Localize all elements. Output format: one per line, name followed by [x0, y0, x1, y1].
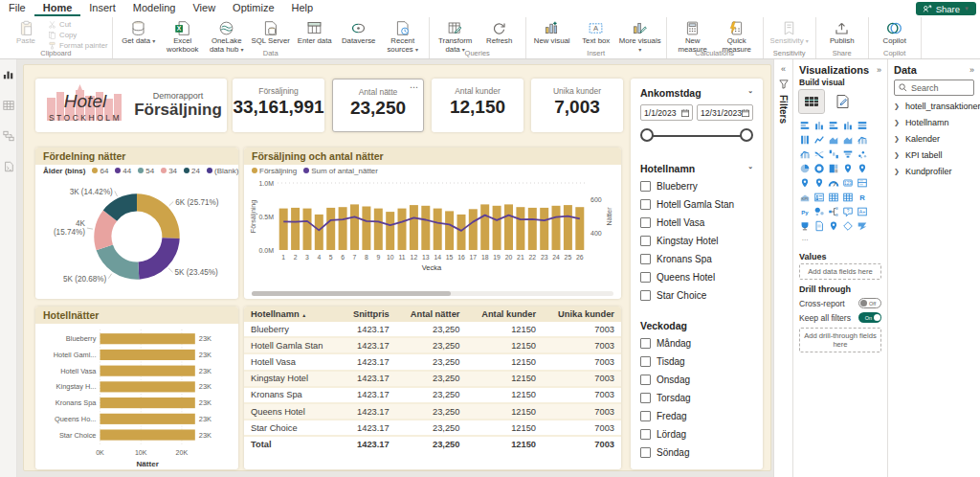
expand-chevron-icon[interactable]: ❯ [894, 135, 900, 143]
hbar-star-choice[interactable] [100, 429, 194, 440]
bar-week-8[interactable] [362, 207, 370, 251]
table-row[interactable]: Hotell Vasa1423.1723,250121507003 [244, 353, 621, 370]
checkbox-unchecked[interactable] [640, 290, 651, 301]
chevron-down-icon[interactable]: ⌄ [747, 163, 753, 174]
date-range-slider[interactable] [640, 125, 753, 148]
bar-week-12[interactable] [410, 205, 418, 250]
matrix-icon[interactable] [840, 190, 855, 204]
menu-tab-optimize[interactable]: Optimize [224, 1, 282, 16]
hbar-hotell-vasa[interactable] [100, 366, 194, 376]
weekday-slicer-title[interactable]: Veckodag [640, 320, 753, 331]
donut-chart-icon[interactable] [812, 161, 826, 175]
table-visual-card[interactable]: Hotellnamn ▲SnittprisAntal nätterAntal k… [244, 307, 621, 469]
checkbox-unchecked[interactable] [640, 375, 651, 385]
rail-dax-query-view-button[interactable] [3, 159, 14, 176]
checkbox-unchecked[interactable] [640, 447, 651, 458]
bar-week-20[interactable] [504, 204, 513, 250]
ribbon-button-copilot[interactable]: Copilot [873, 19, 917, 46]
bar-week-19[interactable] [493, 206, 501, 250]
kpi-card-antal-kunder[interactable]: Antal kunder 12,150 [432, 79, 523, 132]
gauge-icon[interactable] [826, 175, 840, 190]
table-icon[interactable] [826, 190, 840, 204]
weekday-option-lördag[interactable]: Lördag [640, 425, 753, 443]
kpi-card-antal-nätte[interactable]: Antal nätte 23,250⋯ [332, 79, 424, 132]
data-field-hotell_transaktioner[interactable]: ❯ hotell_transaktioner [888, 98, 980, 114]
bar-week-21[interactable] [516, 207, 524, 250]
add-data-fields-well[interactable]: Add data fields here [799, 263, 881, 280]
legend-item-(Blank)[interactable]: (Blank) [207, 167, 238, 175]
column-header-antal-kunder[interactable]: Antal kunder [466, 307, 543, 322]
100-stacked-column-chart-icon[interactable] [797, 132, 812, 147]
collapse-pane-icon[interactable]: » [969, 65, 974, 75]
line-and-stacked-column-chart-icon[interactable] [855, 132, 869, 147]
checkbox-unchecked[interactable] [640, 411, 651, 421]
smart-narrative-icon[interactable]: A+ [855, 204, 869, 218]
bar-week-22[interactable] [528, 208, 537, 250]
weekday-option-fredag[interactable]: Fredag [640, 407, 753, 425]
combo-chart[interactable]: 0.0M0.5M1.0M6004001234567891011121314151… [249, 175, 616, 283]
legend-item-24[interactable]: 24 [184, 167, 200, 175]
pie-chart-icon[interactable] [797, 161, 812, 175]
hotel-option-queens-hotel[interactable]: Queens Hotel [640, 268, 753, 286]
paginated-report-icon[interactable] [812, 218, 826, 233]
column-header-antal-nätter[interactable]: Antal nätter [396, 307, 467, 322]
slider-handle-right[interactable] [740, 128, 753, 142]
table-header-row[interactable]: Hotellnamn ▲SnittprisAntal nätterAntal k… [244, 307, 621, 322]
r-script-visual-icon[interactable]: R [855, 190, 869, 204]
bar-week-23[interactable] [540, 208, 548, 250]
column-header-hotellnamn[interactable]: Hotellnamn ▲ [244, 307, 341, 322]
map-icon[interactable] [840, 161, 855, 175]
scatter-chart-icon[interactable] [855, 147, 869, 161]
get-more-visuals-icon[interactable]: ⋯ [797, 233, 812, 247]
bar-week-7[interactable] [350, 204, 359, 250]
expand-chevron-icon[interactable]: ❯ [894, 119, 900, 126]
multi-row-card-icon[interactable] [855, 175, 869, 190]
hotel-slicer-title[interactable]: Hotellnamn⌄ [640, 163, 753, 174]
share-button[interactable]: Share ▼ [916, 2, 976, 15]
kpi-icon[interactable]: KPI [797, 190, 812, 204]
hbar-queens-ho-[interactable] [100, 414, 194, 424]
hbar-hotell-gaml-[interactable] [100, 350, 194, 360]
decomposition-tree-icon[interactable] [826, 204, 840, 218]
slider-handle-left[interactable] [640, 128, 654, 142]
rail-report-view-button[interactable] [3, 67, 14, 84]
more-options-icon[interactable]: ⋯ [410, 82, 418, 92]
table-row[interactable]: Hotell Gamla Stan1423.1723,250121507003 [244, 337, 621, 353]
hotel-option-hotell-gamla-stan[interactable]: Hotell Gamla Stan [640, 195, 753, 214]
kpi-card-unika-kunder[interactable]: Unika kunder 7,003 [531, 79, 623, 132]
bar-week-16[interactable] [457, 215, 466, 250]
slicer-icon[interactable] [812, 190, 826, 204]
ribbon-button-publish[interactable]: Publish [820, 19, 864, 46]
weekday-option-torsdag[interactable]: Torsdag [640, 389, 753, 407]
power-apps-icon[interactable] [840, 218, 855, 233]
expand-chevron-icon[interactable]: ❯ [894, 168, 900, 175]
collapse-pane-icon[interactable]: » [877, 65, 881, 75]
menu-tab-view[interactable]: View [184, 1, 224, 16]
area-chart-icon[interactable] [826, 132, 840, 147]
data-field-kundprofiler[interactable]: ❯ Kundprofiler [888, 163, 980, 179]
ribbon-button-sensitivity[interactable]: Sensitivity ▾ [768, 19, 812, 46]
table-row[interactable]: Queens Hotel1423.1723,250121507003 [244, 403, 621, 420]
expand-chevron-icon[interactable]: ❯ [894, 102, 900, 110]
ribbon-button-text-box[interactable]: AText box [574, 19, 618, 46]
weekday-option-onsdag[interactable]: Onsdag [640, 371, 753, 389]
shape-map-icon[interactable] [797, 175, 812, 190]
table-row[interactable]: Blueberry1423.1723,250121507003 [244, 322, 621, 337]
ribbon-button-sql-server[interactable]: SQL Server [249, 19, 293, 46]
hbar-chart-card[interactable]: Hotellnätter 0K10K20KBlueberry23KHotell … [35, 307, 238, 469]
bar-week-24[interactable] [552, 206, 561, 250]
checkbox-unchecked[interactable] [640, 272, 651, 283]
bar-week-18[interactable] [480, 204, 489, 250]
clustered-bar-chart-icon[interactable] [826, 118, 840, 132]
hotel-option-hotell-vasa[interactable]: Hotell Vasa [640, 214, 753, 232]
ribbon-chart-icon[interactable] [812, 147, 826, 161]
add-drill-through-fields-well[interactable]: Add drill-through fields here [799, 328, 881, 352]
format-visual-mode-button[interactable] [830, 90, 855, 113]
checkbox-unchecked[interactable] [640, 254, 651, 264]
weekday-option-måndag[interactable]: Måndag [640, 334, 753, 352]
legend-item-44[interactable]: 44 [115, 167, 131, 175]
combo-chart-scrollbar[interactable] [252, 291, 613, 296]
combo-chart-card[interactable]: Försäljning och antal nätter Försäljning… [244, 148, 621, 299]
qa-visual-icon[interactable]: ? [840, 204, 855, 218]
key-influencers-icon[interactable] [812, 204, 826, 218]
